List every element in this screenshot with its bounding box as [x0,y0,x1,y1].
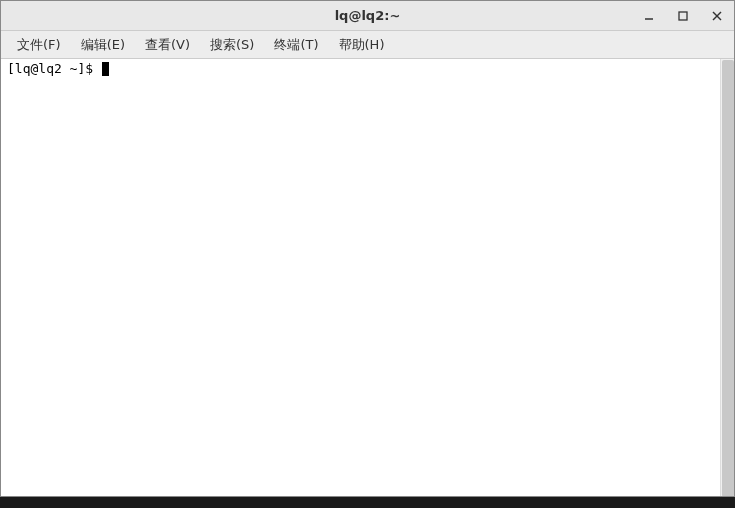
maximize-button[interactable] [666,1,700,31]
titlebar[interactable]: lq@lq2:~ [1,1,734,31]
window-title: lq@lq2:~ [1,8,734,23]
menu-terminal[interactable]: 终端(T) [264,33,328,57]
menu-help[interactable]: 帮助(H) [329,33,395,57]
text-cursor [102,62,109,76]
window-controls [632,1,734,30]
menu-search[interactable]: 搜索(S) [200,33,264,57]
menu-view[interactable]: 查看(V) [135,33,200,57]
scrollbar-thumb[interactable] [722,60,734,496]
menu-file[interactable]: 文件(F) [7,33,71,57]
svg-rect-1 [679,12,687,20]
shell-prompt: [lq@lq2 ~]$ [7,61,101,76]
terminal-window: lq@lq2:~ 文件(F) 编辑(E) 查看(V) [0,0,735,497]
minimize-button[interactable] [632,1,666,31]
close-icon [712,11,722,21]
maximize-icon [678,11,688,21]
terminal-content[interactable]: [lq@lq2 ~]$ [1,59,734,496]
close-button[interactable] [700,1,734,31]
menubar: 文件(F) 编辑(E) 查看(V) 搜索(S) 终端(T) 帮助(H) [1,31,734,59]
minimize-icon [644,11,654,21]
vertical-scrollbar[interactable] [720,59,734,496]
menu-edit[interactable]: 编辑(E) [71,33,135,57]
